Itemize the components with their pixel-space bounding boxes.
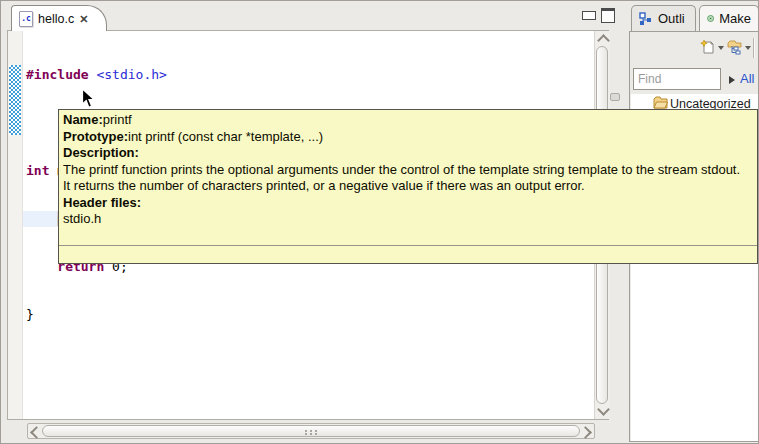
close-tab-icon[interactable]: ✕ — [79, 14, 88, 24]
tab-outline[interactable]: Outli — [631, 5, 696, 31]
ide-window: .c hello.c ✕ #include <stdio.h> int main… — [0, 0, 759, 444]
expand-arrow-icon[interactable] — [729, 76, 739, 84]
thumb-grip — [304, 430, 318, 435]
all-link[interactable]: All — [740, 71, 754, 86]
tooltip-description-text: The printf function prints the optional … — [63, 162, 743, 195]
tooltip-status-bar — [59, 246, 757, 263]
maximize-view-button[interactable] — [601, 8, 615, 23]
horizontal-scrollbar[interactable] — [27, 423, 595, 439]
toolbar-separator — [753, 38, 754, 58]
printf-doc-tooltip: Name:printf Prototype:int printf (const … — [58, 109, 758, 264]
new-target-dropdown-icon[interactable] — [718, 46, 724, 53]
tooltip-description-label: Description: — [63, 145, 753, 162]
new-make-target-icon[interactable] — [700, 39, 716, 55]
folder-icon — [653, 96, 668, 109]
editor-tab-label: hello.c — [38, 12, 74, 26]
group-hierarchy-icon[interactable] — [727, 39, 743, 55]
scroll-left-icon[interactable] — [30, 426, 43, 439]
tab-make-targets[interactable]: Make — [699, 5, 759, 31]
tooltip-prototype-row: Prototype:int printf (const char *templa… — [63, 129, 753, 146]
group-dropdown-icon[interactable] — [745, 46, 751, 53]
tooltip-header-files-value: stdio.h — [63, 211, 753, 228]
tab-outline-label: Outli — [658, 11, 685, 26]
find-input[interactable] — [633, 68, 721, 90]
tooltip-header-files-label: Header files: — [63, 195, 753, 212]
outline-icon — [639, 12, 653, 26]
tooltip-name-row: Name:printf — [63, 112, 753, 129]
editor-tab-hello-c[interactable]: .c hello.c ✕ — [11, 5, 107, 31]
scroll-down-icon[interactable] — [597, 403, 610, 416]
make-target-icon — [707, 11, 714, 26]
horizontal-scroll-thumb[interactable] — [42, 425, 580, 437]
minimize-view-button[interactable] — [582, 11, 596, 20]
mouse-cursor-icon — [81, 88, 95, 109]
editor-gutter — [8, 31, 23, 419]
tooltip-content: Name:printf Prototype:int printf (const … — [59, 110, 757, 245]
scroll-right-icon[interactable] — [579, 426, 592, 439]
c-file-icon: .c — [19, 11, 33, 27]
tab-make-label: Make — [719, 11, 751, 26]
code-line: } — [26, 307, 595, 323]
code-line: #include <stdio.h> — [26, 67, 595, 83]
changed-lines-marker — [9, 65, 21, 135]
annotation-marker[interactable] — [610, 93, 620, 101]
scroll-up-icon[interactable] — [597, 34, 610, 47]
